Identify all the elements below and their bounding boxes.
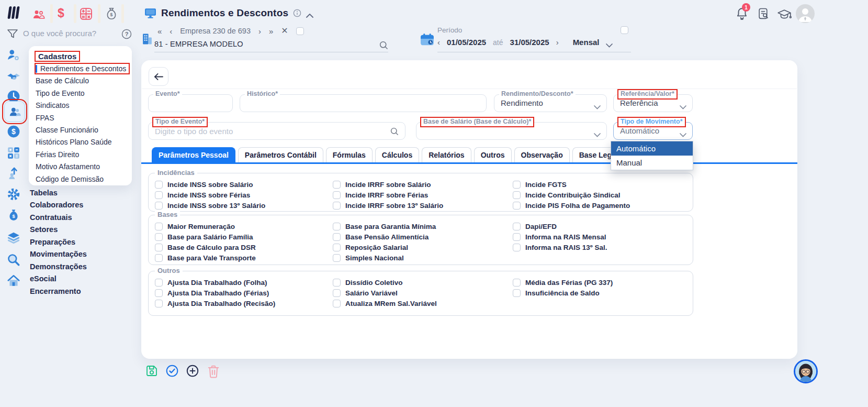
filter-funnel-icon[interactable] xyxy=(7,29,18,39)
tab-observacao[interactable]: Observação xyxy=(514,147,570,162)
rendimento-desconto-select[interactable]: Rendimento/Desconto* Rendimento xyxy=(494,94,607,112)
tipo-movimento-select[interactable]: Tipo de Movimento* Automático xyxy=(613,122,693,140)
checkbox-box[interactable] xyxy=(155,233,163,241)
checkbox-ajusta-dia-trabalhado-folha[interactable]: Ajusta Dia Trabalhado (Folha) xyxy=(155,277,275,288)
back-button[interactable] xyxy=(149,67,168,86)
checkbox-reposicao-salarial[interactable]: Reposição Salarial xyxy=(333,242,436,252)
checkbox-incide-irrf-sobre-13-salario[interactable]: Incide IRRF sobre 13º Salário xyxy=(333,200,443,211)
checkbox-atualiza-mrem-sal-variavel[interactable]: Atualiza MRem Sal.Variável xyxy=(333,298,437,309)
money-bag-icon[interactable]: $ xyxy=(105,7,118,21)
checkbox-box[interactable] xyxy=(155,202,163,210)
checkbox-box[interactable] xyxy=(513,244,521,251)
base-salario-select[interactable]: Base de Salário (Base de Cálculo)* xyxy=(416,122,607,140)
handshake-icon[interactable] xyxy=(7,70,20,84)
checkbox-box[interactable] xyxy=(333,300,341,307)
sidebar-item-demonstracoes[interactable]: Demonstrações xyxy=(30,260,87,273)
money-bag-blue-icon[interactable]: $ xyxy=(7,208,20,222)
sidebar-item-contratuais[interactable]: Contratuais xyxy=(30,211,87,224)
checkbox-box[interactable] xyxy=(513,181,521,189)
confirm-button[interactable] xyxy=(166,365,178,377)
checkbox-simples-nacional[interactable]: Simples Nacional xyxy=(333,252,436,263)
previous-company-button[interactable]: ‹ xyxy=(170,27,172,35)
period-frequency[interactable]: Mensal xyxy=(573,38,600,47)
period-end-date[interactable]: 31/05/2025 xyxy=(510,38,549,47)
previous-period-button[interactable]: ‹ xyxy=(437,38,440,46)
sidebar-item-classe-funcionario[interactable]: Classe Funcionário xyxy=(29,124,132,136)
next-company-button[interactable]: › xyxy=(258,27,261,35)
checkbox-box[interactable] xyxy=(333,279,341,287)
info-icon[interactable] xyxy=(293,9,301,17)
checkbox-informa-na-rais-13-sal[interactable]: Informa na RAIS 13º Sal. xyxy=(513,242,607,252)
dropdown-option-automatico[interactable]: Automático xyxy=(611,141,693,156)
checkbox-base-para-garantia-minima[interactable]: Base para Garantia Mínima xyxy=(333,221,436,232)
dropdown-option-manual[interactable]: Manual xyxy=(611,156,693,170)
menu-group-cadastros[interactable]: Cadastros xyxy=(29,50,132,62)
next-period-button[interactable]: › xyxy=(556,38,559,46)
checkbox-base-para-salario-familia[interactable]: Base para Salário Família xyxy=(155,232,256,242)
sidebar-item-historicos-plano-saude[interactable]: Históricos Plano Saúde xyxy=(29,136,132,148)
sidebar-item-preparacoes[interactable]: Preparações xyxy=(30,236,87,248)
checkbox-box[interactable] xyxy=(155,244,163,251)
checkbox-box[interactable] xyxy=(513,223,521,230)
evento-input[interactable] xyxy=(155,95,216,112)
tab-parametros-pessoal[interactable]: Parâmetros Pessoal xyxy=(152,147,235,162)
checkbox-box[interactable] xyxy=(333,202,341,210)
person-settings-icon[interactable] xyxy=(7,48,20,62)
checkbox-ajusta-dia-trabalhado-recisao[interactable]: Ajusta Dia Trabalhado (Recisão) xyxy=(155,298,275,309)
people-module-icon-highlighted[interactable] xyxy=(4,101,25,122)
checkbox-box[interactable] xyxy=(333,244,341,251)
company-search-icon[interactable] xyxy=(379,41,388,50)
sidebar-item-base-de-calculo[interactable]: Base de Cálculo xyxy=(29,75,132,87)
payroll-icon[interactable]: $ xyxy=(58,6,64,20)
checkbox-incide-contribuicao-sindical[interactable]: Incide Contribuição Sindical xyxy=(513,190,630,200)
delete-button[interactable] xyxy=(207,365,220,377)
checkbox-box[interactable] xyxy=(333,233,341,241)
sidebar-item-encerramento[interactable]: Encerramento xyxy=(30,285,87,298)
search-input[interactable] xyxy=(23,29,117,38)
period-checkbox[interactable] xyxy=(621,26,628,34)
add-button[interactable] xyxy=(186,365,199,377)
tipo-evento-field[interactable]: Tipo de Evento* xyxy=(148,122,405,140)
sidebar-item-movimentacoes[interactable]: Movimentações xyxy=(30,248,87,261)
checkbox-informa-na-rais-mensal[interactable]: Informa na RAIS Mensal xyxy=(513,232,607,242)
career-promotion-icon[interactable] xyxy=(7,166,20,180)
user-avatar[interactable] xyxy=(796,4,815,23)
checkbox-maior-remuneracao[interactable]: Maior Remuneração xyxy=(155,221,256,232)
checkbox-dissidio-coletivo[interactable]: Dissídio Coletivo xyxy=(333,277,437,288)
checkbox-box[interactable] xyxy=(513,233,521,241)
checkbox-base-pensao-alimenticia[interactable]: Base Pensão Alimentícia xyxy=(333,232,436,242)
checkbox-box[interactable] xyxy=(155,191,163,199)
clear-company-button[interactable]: ✕ xyxy=(281,27,288,35)
first-company-button[interactable]: « xyxy=(157,27,162,35)
search-magnifier-icon[interactable] xyxy=(7,253,20,267)
checkbox-salario-variavel[interactable]: Salário Variável xyxy=(333,288,437,298)
checkbox-media-das-ferias-pg-337[interactable]: Média das Férias (PG 337) xyxy=(513,277,613,288)
help-icon[interactable]: ? xyxy=(121,29,132,39)
calculation-icon[interactable] xyxy=(7,146,20,160)
tab-relatorios[interactable]: Relatórios xyxy=(422,147,471,162)
checkbox-box[interactable] xyxy=(513,289,521,297)
checkbox-box[interactable] xyxy=(333,254,341,262)
sidebar-item-fpas[interactable]: FPAS xyxy=(29,112,132,124)
checkbox-box[interactable] xyxy=(155,289,163,297)
sidebar-item-sindicatos[interactable]: Sindicatos xyxy=(29,100,132,112)
company-filter-checkbox[interactable] xyxy=(296,27,304,35)
notifications-bell-icon[interactable]: 1 xyxy=(735,7,749,21)
checkbox-insuficiencia-de-saldo[interactable]: Insuficiência de Saldo xyxy=(513,288,613,298)
home-icon[interactable] xyxy=(7,274,20,288)
tab-calculos[interactable]: Cálculos xyxy=(375,147,419,162)
checkbox-base-de-calculo-para-dsr[interactable]: Base de Cálculo para DSR xyxy=(155,242,256,252)
tab-formulas[interactable]: Fórmulas xyxy=(326,147,373,162)
assistant-avatar[interactable] xyxy=(794,359,818,383)
checkbox-box[interactable] xyxy=(333,223,341,230)
checkbox-box[interactable] xyxy=(155,181,163,189)
checkbox-box[interactable] xyxy=(155,300,163,307)
sidebar-item-tipo-de-evento[interactable]: Tipo de Evento xyxy=(29,87,132,99)
checkbox-incide-inss-sobre-salario[interactable]: Incide INSS sobre Salário xyxy=(155,179,265,190)
document-search-icon[interactable] xyxy=(758,8,770,20)
employees-icon[interactable] xyxy=(32,8,45,21)
checkbox-ajusta-dia-trabalhado-ferias[interactable]: Ajusta Dia Trabalhado (Férias) xyxy=(155,288,275,298)
sidebar-item-esocial[interactable]: eSocial xyxy=(30,273,87,285)
sidebar-item-codigo-de-demissao[interactable]: Código de Demissão xyxy=(29,173,132,185)
checkbox-incide-inss-sobre-ferias[interactable]: Incide INSS sobre Férias xyxy=(155,190,265,200)
